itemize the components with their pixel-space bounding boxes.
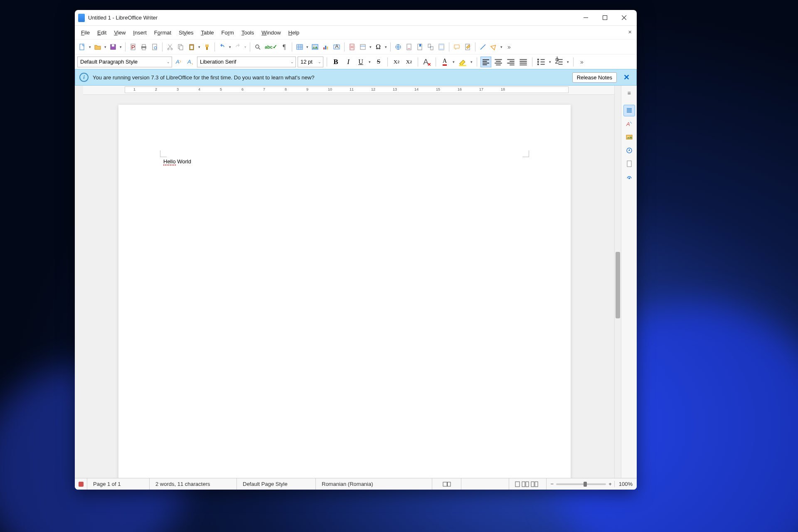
menu-window[interactable]: Window: [258, 28, 284, 37]
titlebar[interactable]: Untitled 1 - LibreOffice Writer: [75, 10, 637, 26]
print-preview-button[interactable]: [150, 42, 160, 52]
insert-mode-status[interactable]: [432, 478, 461, 490]
strike-button[interactable]: S: [373, 57, 384, 67]
image-button[interactable]: [310, 42, 320, 52]
underline-button[interactable]: U: [355, 57, 366, 67]
release-notes-button[interactable]: Release Notes: [572, 72, 617, 83]
align-justify-button[interactable]: [518, 57, 529, 67]
menu-insert[interactable]: Insert: [129, 28, 150, 37]
align-center-button[interactable]: [493, 57, 504, 67]
vertical-scrollbar[interactable]: [614, 86, 621, 478]
properties-panel-button[interactable]: [623, 105, 635, 116]
cut-button[interactable]: [165, 42, 175, 52]
document-text[interactable]: Hello World: [163, 155, 191, 166]
save-dropdown[interactable]: ▾: [119, 45, 123, 49]
copy-button[interactable]: [176, 42, 186, 52]
styles-panel-button[interactable]: A: [623, 118, 635, 130]
save-button[interactable]: [108, 42, 118, 52]
line-button[interactable]: [478, 42, 488, 52]
open-dropdown[interactable]: ▾: [103, 45, 107, 49]
style-inspector-button[interactable]: [623, 171, 635, 183]
spellcheck-button[interactable]: abc✓: [264, 42, 278, 52]
clear-format-button[interactable]: A: [421, 57, 432, 67]
field-dropdown[interactable]: ▾: [369, 45, 372, 49]
save-status-icon[interactable]: [75, 478, 87, 490]
paste-button[interactable]: [187, 42, 197, 52]
shapes-dropdown[interactable]: ▾: [500, 45, 503, 49]
font-color-button[interactable]: A: [439, 57, 450, 67]
find-button[interactable]: [253, 42, 263, 52]
gallery-panel-button[interactable]: [623, 131, 635, 143]
comment-button[interactable]: [452, 42, 462, 52]
more-format-button[interactable]: »: [577, 57, 587, 67]
page-panel-button[interactable]: [623, 158, 635, 170]
table-button[interactable]: [295, 42, 305, 52]
bullet-dropdown[interactable]: ▾: [548, 60, 552, 64]
table-dropdown[interactable]: ▾: [305, 45, 309, 49]
new-dropdown[interactable]: ▾: [88, 45, 92, 49]
font-name-combo[interactable]: Liberation Serif⌄: [197, 57, 296, 67]
header-footer-button[interactable]: [436, 42, 446, 52]
shapes-button[interactable]: [489, 42, 499, 52]
font-color-dropdown[interactable]: ▾: [452, 60, 456, 64]
bookmark-button[interactable]: [415, 42, 425, 52]
page-style-status[interactable]: Default Page Style: [237, 478, 316, 490]
chart-button[interactable]: [321, 42, 331, 52]
export-pdf-button[interactable]: P: [128, 42, 138, 52]
update-style-button[interactable]: A: [174, 57, 184, 67]
word-count-status[interactable]: 2 words, 11 characters: [150, 478, 237, 490]
new-style-button[interactable]: A: [185, 57, 195, 67]
align-right-button[interactable]: [505, 57, 516, 67]
view-layout-buttons[interactable]: [509, 478, 547, 490]
paste-dropdown[interactable]: ▾: [197, 45, 201, 49]
language-status[interactable]: Romanian (Romania): [316, 478, 432, 490]
number-list-button[interactable]: 12: [554, 57, 564, 67]
zoom-out-button[interactable]: −: [551, 481, 554, 487]
page-break-button[interactable]: [347, 42, 357, 52]
bold-button[interactable]: B: [330, 57, 341, 67]
highlight-button[interactable]: [457, 57, 468, 67]
field-button[interactable]: [358, 42, 368, 52]
more-toolbar-button[interactable]: »: [504, 42, 514, 52]
new-button[interactable]: [77, 42, 87, 52]
paragraph-style-combo[interactable]: Default Paragraph Style⌄: [77, 57, 172, 67]
formatting-marks-button[interactable]: ¶: [279, 42, 289, 52]
navigator-panel-button[interactable]: [623, 145, 635, 156]
subscript-button[interactable]: X2: [404, 57, 414, 67]
horizontal-ruler[interactable]: 123456789101112131415161718: [83, 86, 614, 95]
bullet-list-button[interactable]: [536, 57, 547, 67]
page-status[interactable]: Page 1 of 1: [87, 478, 150, 490]
print-button[interactable]: [139, 42, 149, 52]
menu-edit[interactable]: Edit: [94, 28, 110, 37]
menu-styles[interactable]: Styles: [175, 28, 197, 37]
undo-button[interactable]: [217, 42, 227, 52]
zoom-value[interactable]: 100%: [614, 481, 633, 487]
redo-button[interactable]: [233, 42, 243, 52]
hyperlink-button[interactable]: [393, 42, 403, 52]
menu-tools[interactable]: Tools: [238, 28, 258, 37]
close-document-button[interactable]: ×: [626, 27, 634, 36]
zoom-control[interactable]: − + 100%: [547, 481, 637, 487]
undo-dropdown[interactable]: ▾: [228, 45, 232, 49]
zoom-slider[interactable]: [556, 483, 606, 485]
italic-button[interactable]: I: [343, 57, 354, 67]
special-char-dropdown[interactable]: ▾: [384, 45, 388, 49]
superscript-button[interactable]: X2: [391, 57, 402, 67]
zoom-in-button[interactable]: +: [608, 481, 612, 487]
menu-file[interactable]: File: [77, 28, 94, 37]
textbox-button[interactable]: A: [332, 42, 342, 52]
highlight-dropdown[interactable]: ▾: [470, 60, 473, 64]
redo-dropdown[interactable]: ▾: [244, 45, 247, 49]
menu-format[interactable]: Format: [150, 28, 175, 37]
menu-table[interactable]: Table: [197, 28, 217, 37]
menu-view[interactable]: View: [110, 28, 129, 37]
footnote-button[interactable]: [404, 42, 414, 52]
menu-help[interactable]: Help: [285, 28, 303, 37]
font-size-combo[interactable]: 12 pt⌄: [298, 57, 323, 67]
sidebar-menu-button[interactable]: ≡: [623, 87, 635, 99]
open-button[interactable]: [93, 42, 103, 52]
menu-form[interactable]: Form: [218, 28, 238, 37]
document-page[interactable]: Hello World: [118, 105, 571, 478]
track-changes-button[interactable]: [463, 42, 473, 52]
number-dropdown[interactable]: ▾: [566, 60, 570, 64]
